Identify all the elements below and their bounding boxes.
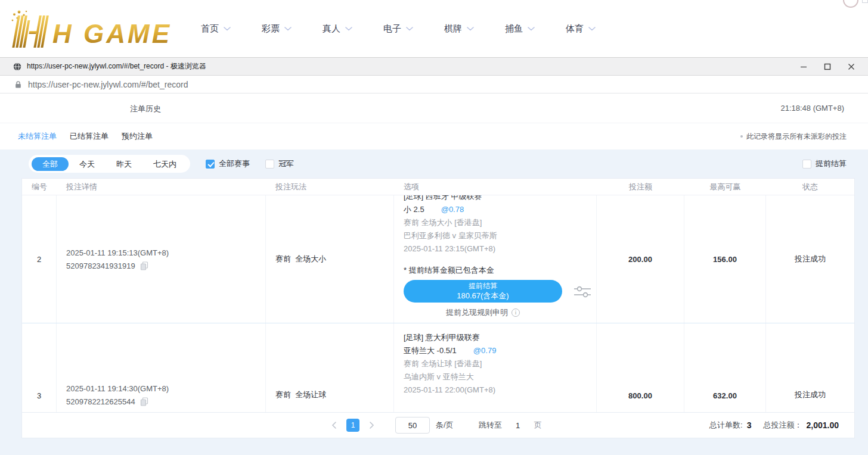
lock-icon bbox=[15, 80, 21, 89]
copy-icon[interactable] bbox=[140, 397, 148, 406]
tab-settled[interactable]: 已结算注单 bbox=[70, 131, 108, 142]
browser-titlebar[interactable]: https://user-pc-new.jylywl.com/#/bet_rec… bbox=[0, 58, 868, 76]
per-page-label: 条/页 bbox=[436, 420, 454, 431]
row-number: 3 bbox=[22, 323, 57, 412]
total-count-value: 3 bbox=[747, 420, 752, 430]
all-events-checkbox[interactable]: 全部赛事 bbox=[206, 158, 250, 169]
filter-seven-days[interactable]: 七天内 bbox=[142, 157, 187, 171]
filter-yesterday[interactable]: 昨天 bbox=[106, 157, 142, 171]
odds: @0.78 bbox=[441, 203, 464, 216]
nav-item-cards[interactable]: 棋牌 bbox=[444, 23, 474, 35]
copy-icon[interactable] bbox=[140, 261, 148, 270]
filter-today[interactable]: 今天 bbox=[69, 157, 106, 171]
jump-page-input[interactable] bbox=[508, 417, 528, 433]
pick: 亚特兰大 -0.5/1 bbox=[404, 344, 457, 357]
info-icon[interactable] bbox=[512, 308, 520, 317]
tab-row: 未结算注单 已结算注单 预约注单 此记录将显示所有未派彩的投注 bbox=[0, 123, 868, 149]
cashout-area: 提前结算 180.67(含本金) bbox=[404, 280, 562, 318]
all-events-label: 全部赛事 bbox=[219, 158, 250, 169]
corner-globe-icon bbox=[843, 0, 858, 8]
tab-reserved[interactable]: 预约注单 bbox=[122, 131, 153, 142]
records-panel: 全部 今天 昨天 七天内 全部赛事 冠军 提前结算 bbox=[0, 149, 868, 455]
maximize-icon bbox=[824, 63, 831, 70]
nav-label: 彩票 bbox=[262, 23, 280, 35]
champion-label: 冠军 bbox=[278, 158, 294, 169]
pick-line: 小 2.5 @0.78 bbox=[404, 203, 596, 216]
nav-item-slots[interactable]: 电子 bbox=[383, 23, 413, 35]
bet-option-cell: [足球] 西班牙 甲级联赛 小 2.5 @0.78 赛前 全场大小 [香港盘] … bbox=[394, 195, 597, 323]
nav-item-home[interactable]: 首页 bbox=[201, 23, 231, 35]
maximize-button[interactable] bbox=[816, 58, 839, 75]
page-unit-label: 页 bbox=[534, 420, 542, 431]
bet-id-line: 5209782341931919 bbox=[66, 261, 265, 270]
bet-amount: 800.00 bbox=[597, 323, 684, 412]
max-win: 632.00 bbox=[684, 323, 766, 412]
bet-play: 赛前 全场让球 bbox=[266, 323, 394, 412]
max-win: 156.00 bbox=[684, 195, 766, 323]
minimize-icon bbox=[800, 63, 807, 70]
filter-row: 全部 今天 昨天 七天内 全部赛事 冠军 提前结算 bbox=[0, 149, 868, 178]
cashout-note: * 提前结算金额已包含本金 bbox=[404, 264, 596, 276]
hh-game-logo[interactable]: H GAME bbox=[6, 8, 176, 50]
nav-item-live[interactable]: 真人 bbox=[323, 23, 352, 35]
record-note: 此记录将显示所有未派彩的投注 bbox=[740, 132, 847, 142]
site-header: H GAME 首页 彩票 真人 电子 棋牌 捕鱼 体育 bbox=[0, 0, 868, 57]
pick-line: 亚特兰大 -0.5/1 @0.79 bbox=[404, 344, 596, 357]
page-size-input[interactable] bbox=[395, 417, 430, 434]
corner-widget-icon bbox=[862, 0, 868, 3]
content-header: 注单历史 21:18:48 (GMT+8) bbox=[0, 94, 868, 123]
champion-checkbox[interactable]: 冠军 bbox=[265, 158, 294, 169]
cashout-button-label: 提前结算 bbox=[469, 281, 497, 291]
nav-label: 首页 bbox=[201, 23, 219, 35]
chevron-down-icon bbox=[284, 27, 292, 31]
page-title: 注单历史 bbox=[130, 104, 161, 114]
status-badge: 投注成功 bbox=[766, 195, 854, 323]
prev-page-button[interactable] bbox=[327, 419, 340, 432]
main-nav: 首页 彩票 真人 电子 棋牌 捕鱼 体育 bbox=[201, 0, 596, 57]
page-number-button[interactable]: 1 bbox=[346, 419, 359, 432]
cashout-button[interactable]: 提前结算 180.67(含本金) bbox=[404, 280, 562, 303]
header-no: 编号 bbox=[22, 182, 57, 192]
nav-item-fishing[interactable]: 捕鱼 bbox=[505, 23, 535, 35]
header-amount: 投注额 bbox=[597, 182, 684, 192]
table-header-row: 编号 投注详情 投注玩法 选项 投注额 最高可赢 状态 bbox=[22, 179, 854, 195]
chevron-right-icon bbox=[370, 422, 374, 429]
odds: @0.79 bbox=[473, 344, 497, 357]
bet-detail-cell: 2025-01-11 19:15:13(GMT+8) 5209782341931… bbox=[57, 195, 266, 323]
header-option: 选项 bbox=[394, 182, 597, 192]
bet-time: 2025-01-11 19:15:13(GMT+8) bbox=[66, 248, 265, 257]
sliders-settings-icon[interactable] bbox=[573, 284, 592, 301]
browser-addressbar[interactable]: https://user-pc-new.jylywl.com/#/bet_rec… bbox=[0, 76, 868, 94]
bet-detail-cell: 2025-01-11 19:14:30(GMT+8) 5209782212625… bbox=[57, 323, 266, 412]
bet-play: 赛前 全场大小 bbox=[266, 195, 394, 323]
tab-unsettled[interactable]: 未结算注单 bbox=[18, 131, 57, 142]
pagination-bar: 1 条/页 跳转至 页 总计单数: 3 bbox=[22, 413, 854, 438]
early-settle-checkbox[interactable]: 提前结算 bbox=[802, 158, 847, 169]
nav-label: 电子 bbox=[383, 23, 401, 35]
bet-time: 2025-01-11 19:14:30(GMT+8) bbox=[66, 384, 265, 393]
clock: 21:18:48 (GMT+8) bbox=[780, 104, 844, 113]
total-amount-pair: 总投注额： 2,001.00 bbox=[764, 420, 839, 431]
minimize-button[interactable] bbox=[792, 58, 816, 75]
chevron-down-icon bbox=[224, 27, 231, 31]
logo-text: H GAME bbox=[52, 19, 172, 48]
close-button[interactable] bbox=[839, 58, 863, 75]
header-detail: 投注详情 bbox=[57, 182, 266, 192]
bullet-dot-icon bbox=[740, 135, 743, 138]
record-note-text: 此记录将显示所有未派彩的投注 bbox=[746, 132, 847, 142]
chevron-down-icon bbox=[588, 27, 596, 31]
chevron-down-icon bbox=[467, 27, 474, 31]
cashout-rules-link[interactable]: 提前兑现规则申明 bbox=[404, 307, 562, 318]
nav-item-sports[interactable]: 体育 bbox=[566, 23, 596, 35]
market: 赛前 全场大小 [香港盘] bbox=[404, 216, 596, 229]
chevron-down-icon bbox=[345, 27, 352, 31]
header-play: 投注玩法 bbox=[266, 182, 394, 192]
nav-item-lottery[interactable]: 彩票 bbox=[262, 23, 292, 35]
filter-all[interactable]: 全部 bbox=[32, 157, 69, 171]
close-icon bbox=[848, 63, 855, 70]
address-url: https://user-pc-new.jylywl.com/#/bet_rec… bbox=[28, 80, 188, 89]
pick: 小 2.5 bbox=[404, 203, 424, 216]
match-time: 2025-01-11 22:00(GMT+8) bbox=[404, 384, 596, 397]
window-title: https://user-pc-new.jylywl.com/#/bet_rec… bbox=[27, 61, 206, 71]
next-page-button[interactable] bbox=[365, 419, 379, 432]
